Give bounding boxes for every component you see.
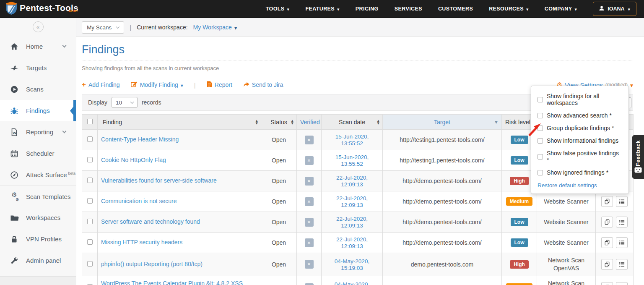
verified-x-badge[interactable]: ✕	[305, 177, 314, 186]
scan-date-link[interactable]: 22-Jul-2020, 12:09:13	[336, 195, 368, 208]
sidebar-item-scans[interactable]: Scans	[0, 78, 76, 100]
status-column-header[interactable]: Status	[261, 115, 297, 130]
scan-date-link[interactable]: 22-Jul-2020, 12:09:13	[336, 175, 368, 188]
checkbox[interactable]	[538, 170, 543, 175]
option-show-ignored-findings[interactable]: Show ignored findings *	[531, 166, 628, 179]
checkbox[interactable]	[538, 154, 543, 159]
nav-services[interactable]: SERVICES	[395, 6, 422, 12]
sidebar-item-reporting[interactable]: W Reporting	[0, 121, 76, 143]
finding-link[interactable]: Missing HTTP security headers	[101, 239, 182, 246]
verified-x-badge[interactable]: ✕	[305, 197, 314, 206]
finding-details-button[interactable]	[616, 196, 628, 207]
edit-pencil-icon	[131, 81, 138, 89]
page-subtitle: Showing findings from all the scans in c…	[82, 65, 633, 71]
finding-link[interactable]: Cookie No HttpOnly Flag	[101, 157, 166, 163]
verified-column-header[interactable]: Verified	[297, 115, 322, 130]
option-show-informational-findings[interactable]: Show informational findings	[531, 134, 628, 147]
option-show-all-workspaces[interactable]: Show findings for all workspaces	[531, 90, 628, 109]
option-group-duplicate-findings[interactable]: Group duplicate findings *	[531, 122, 628, 134]
send-to-jira-button[interactable]: Send to Jira	[243, 81, 283, 89]
sidebar-item-targets[interactable]: Targets	[0, 57, 76, 78]
sidebar-item-vpn-profiles[interactable]: VPN Profiles	[0, 228, 76, 250]
target-value: http://testing1.pentest-tools.com/	[383, 130, 502, 150]
view-settings-dropdown: Show findings for all workspaces Show ad…	[531, 86, 629, 194]
finding-details-button[interactable]	[616, 282, 628, 285]
option-show-advanced-search[interactable]: Show advanced search *	[531, 109, 628, 122]
row-checkbox[interactable]	[87, 219, 93, 224]
sidebar-item-label: VPN Profiles	[26, 235, 62, 243]
page-size-select[interactable]: 10	[112, 97, 138, 108]
nav-features[interactable]: FEATURES	[305, 6, 339, 12]
finding-link[interactable]: WordPress The Events Calendar Plugin &lt…	[101, 280, 243, 285]
sidebar-item-admin-panel[interactable]: Admin panel	[0, 250, 76, 271]
row-checkbox[interactable]	[87, 178, 93, 183]
finding-details-button[interactable]	[616, 237, 628, 248]
finding-link[interactable]: Content-Type Header Missing	[101, 136, 179, 143]
finding-details-button[interactable]	[616, 217, 628, 227]
nav-tools[interactable]: TOOLS	[266, 6, 290, 12]
sidebar-item-scan-templates[interactable]: ⚙⚙ Scan Templates	[0, 186, 76, 207]
row-checkbox[interactable]	[87, 157, 93, 162]
row-checkbox[interactable]	[87, 261, 93, 267]
scan-date-column-header[interactable]: Scan date	[322, 115, 383, 130]
my-scans-select[interactable]: My Scans	[82, 21, 124, 34]
scan-date-link[interactable]: 22-Jul-2020, 12:09:13	[336, 216, 368, 229]
scan-date-link[interactable]: 04-May-2020, 15:19:03	[335, 281, 369, 285]
nav-customers[interactable]: CUSTOMERS	[438, 6, 473, 12]
scan-date-link[interactable]: 15-Jun-2020, 13:55:52	[335, 133, 369, 146]
user-menu-button[interactable]: IOANA	[593, 2, 636, 16]
plus-icon: +	[82, 82, 86, 87]
sidebar-item-label: Home	[26, 43, 43, 50]
finding-link[interactable]: Vulnerabilities found for server-side so…	[101, 177, 217, 184]
sort-icon[interactable]	[291, 120, 293, 125]
select-all-checkbox[interactable]	[87, 119, 93, 124]
sort-descending-icon[interactable]	[495, 120, 498, 124]
finding-link[interactable]: Communication is not secure	[101, 198, 177, 204]
verified-x-badge[interactable]: ✕	[305, 218, 314, 227]
option-show-false-positive-findings[interactable]: Show false positive findings *	[531, 147, 628, 166]
scan-date-link[interactable]: 22-Jul-2020, 12:09:13	[336, 236, 368, 249]
copy-finding-button[interactable]	[601, 217, 613, 227]
target-column-header[interactable]: Target	[383, 115, 502, 130]
sort-icon[interactable]	[256, 120, 258, 125]
nav-resources[interactable]: RESOURCES	[489, 6, 529, 12]
sidebar-item-findings[interactable]: Findings	[0, 100, 76, 121]
chevron-down-icon	[62, 44, 67, 48]
finding-link[interactable]: phpinfo() output Reporting (port 80/tcp)	[101, 261, 203, 267]
copy-finding-button[interactable]	[601, 259, 613, 270]
finding-link[interactable]: Server software and technology found	[101, 218, 200, 225]
nav-pricing[interactable]: PRICING	[356, 6, 379, 12]
collapse-sidebar-button[interactable]: «	[33, 21, 44, 32]
nav-company[interactable]: COMPANY	[545, 6, 577, 12]
verified-x-badge[interactable]: ✕	[305, 136, 314, 144]
verified-x-badge[interactable]: ✕	[305, 260, 314, 269]
row-checkbox[interactable]	[87, 136, 93, 142]
modify-finding-button[interactable]: Modify Finding	[131, 81, 183, 89]
restore-default-settings-link[interactable]: Restore default settings	[531, 179, 628, 191]
sidebar-item-home[interactable]: Home	[0, 36, 76, 57]
finding-details-button[interactable]	[616, 259, 628, 270]
row-checkbox[interactable]	[87, 198, 93, 204]
risk-badge: High	[510, 177, 529, 185]
sort-icon[interactable]	[377, 120, 379, 125]
checkbox[interactable]	[538, 113, 543, 118]
copy-finding-button[interactable]	[601, 237, 613, 248]
copy-finding-button[interactable]	[601, 196, 613, 207]
sidebar-item-attack-surface[interactable]: Attack Surfacebeta	[0, 164, 76, 186]
verified-x-badge[interactable]: ✕	[305, 283, 314, 285]
scan-date-link[interactable]: 15-Jun-2020, 13:55:52	[335, 154, 369, 167]
scan-date-link[interactable]: 04-May-2020, 15:19:03	[335, 258, 369, 271]
report-button[interactable]: Report	[207, 81, 232, 89]
add-finding-button[interactable]: + Add Finding	[82, 81, 120, 88]
finding-column-header[interactable]: Finding	[98, 115, 261, 130]
feedback-tab[interactable]: Feedback	[632, 135, 644, 179]
verified-x-badge[interactable]: ✕	[305, 238, 314, 247]
copy-finding-button[interactable]	[601, 282, 613, 285]
checkbox[interactable]	[538, 97, 543, 102]
sidebar-item-scheduler[interactable]: Scheduler	[0, 143, 76, 164]
workspace-selector[interactable]: My Workspace	[193, 24, 237, 31]
verified-x-badge[interactable]: ✕	[305, 156, 314, 165]
row-checkbox[interactable]	[87, 239, 93, 245]
pentest-tools-logo[interactable]: Pentest-Tools .com	[6, 2, 78, 16]
sidebar-item-workspaces[interactable]: Workspaces	[0, 207, 76, 228]
